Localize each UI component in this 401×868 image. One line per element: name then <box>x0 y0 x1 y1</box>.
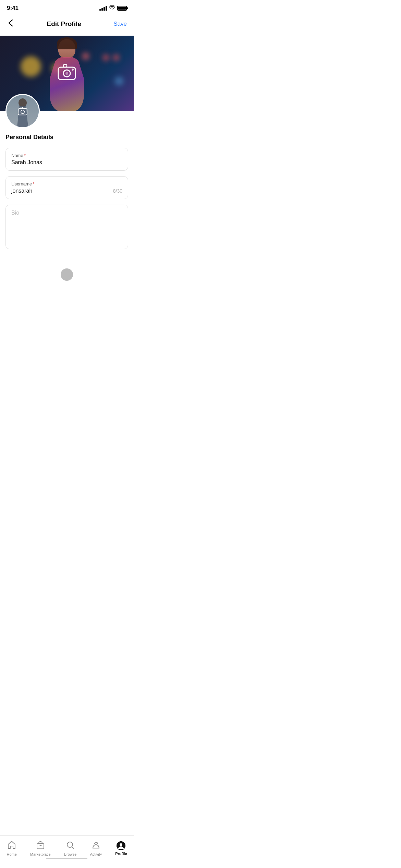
username-label: Username* <box>11 181 122 186</box>
status-time: 9:41 <box>7 5 19 12</box>
nav-header: Edit Profile Save <box>0 14 134 36</box>
scroll-dot <box>0 268 134 281</box>
name-value: Sarah Jonas <box>11 159 42 166</box>
bokeh-light-5 <box>113 55 119 61</box>
wifi-icon <box>109 5 115 11</box>
name-label: Name* <box>11 153 122 158</box>
name-required-marker: * <box>24 153 26 158</box>
status-icons <box>99 5 127 11</box>
cover-photo-area[interactable] <box>0 36 134 111</box>
section-title: Personal Details <box>5 134 128 141</box>
svg-rect-3 <box>63 64 67 67</box>
signal-bars-icon <box>99 6 107 11</box>
svg-rect-5 <box>18 109 27 115</box>
username-counter: 8/30 <box>113 188 122 194</box>
battery-icon <box>117 6 127 11</box>
save-button[interactable]: Save <box>113 21 127 27</box>
bokeh-light-4 <box>103 55 109 61</box>
bio-field[interactable]: Bio <box>5 205 128 249</box>
bokeh-light-1 <box>21 56 41 77</box>
cover-camera-button[interactable] <box>58 64 76 83</box>
cover-camera-icon <box>58 64 76 84</box>
page-title: Edit Profile <box>47 20 81 28</box>
avatar-camera-overlay <box>7 95 39 127</box>
avatar-image <box>7 95 39 127</box>
svg-rect-7 <box>21 107 23 109</box>
avatar[interactable] <box>5 94 40 128</box>
svg-point-2 <box>65 72 68 75</box>
status-bar: 9:41 <box>0 0 134 14</box>
scroll-dot-indicator <box>61 268 73 281</box>
name-field[interactable]: Name* Sarah Jonas <box>5 148 128 171</box>
back-button[interactable] <box>7 18 14 30</box>
bokeh-light-6 <box>115 77 123 85</box>
username-value: jonsarah <box>11 188 32 194</box>
form-area: Personal Details Name* Sarah Jonas Usern… <box>0 111 134 262</box>
svg-point-6 <box>21 110 24 113</box>
username-required-marker: * <box>33 181 34 186</box>
bio-placeholder: Bio <box>11 210 19 216</box>
username-field[interactable]: Username* jonsarah 8/30 <box>5 176 128 199</box>
svg-point-4 <box>72 69 74 71</box>
